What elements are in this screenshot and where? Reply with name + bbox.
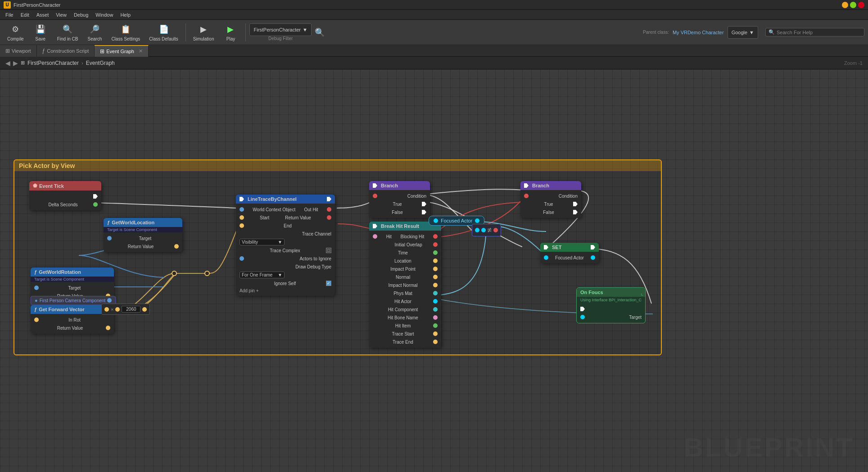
menu-window[interactable]: Window (92, 11, 117, 18)
b2-cond-pin[interactable] (524, 194, 529, 198)
tab-viewport[interactable]: ⊞ Viewport (0, 45, 37, 57)
branch2-node[interactable]: Branch Condition True False (520, 181, 581, 218)
menu-help[interactable]: Help (117, 11, 134, 18)
branch1-node[interactable]: Branch Condition True False (369, 181, 430, 218)
set-in-pin[interactable] (544, 255, 548, 260)
lt-end-pin[interactable] (240, 223, 244, 228)
forward-button[interactable]: ▶ (13, 59, 18, 67)
bhr-traceend-pin[interactable] (433, 340, 438, 344)
multiply-node[interactable]: × 2060 (101, 304, 150, 315)
menu-asset[interactable]: Asset (33, 11, 53, 18)
b2-true-pin[interactable] (573, 202, 578, 206)
menu-edit[interactable]: Edit (17, 11, 33, 18)
bhr-exec-in[interactable] (373, 224, 377, 228)
lt-exec-in[interactable] (240, 197, 244, 201)
gfv-return-pin[interactable] (106, 326, 110, 330)
component-pin[interactable] (107, 298, 112, 303)
mult-out[interactable] (142, 307, 147, 312)
trace-channel-dropdown[interactable]: Visibility ▼ (240, 239, 285, 245)
set-exec-out[interactable] (591, 245, 595, 250)
bhr-time-pin[interactable] (433, 250, 438, 255)
google-dropdown[interactable]: Google ▼ (728, 26, 758, 39)
bhr-impactpt-pin[interactable] (433, 267, 438, 271)
blueprint-dropdown[interactable]: FirstPersonCharacter ▼ (249, 23, 311, 36)
reroute-1[interactable] (172, 271, 177, 276)
multiply-value[interactable]: 2060 (122, 306, 140, 313)
lt-context-pin[interactable] (240, 207, 244, 212)
breadcrumb-graph[interactable]: EventGraph (86, 60, 115, 66)
get-world-location-node[interactable]: ƒ GetWorldLocation Target is Scene Compo… (104, 218, 182, 252)
search-button[interactable]: 🔎 Search (83, 21, 106, 44)
tab-construction-script[interactable]: ƒ Construction Script (37, 45, 95, 57)
lt-retval-pin[interactable] (327, 215, 331, 220)
bhr-location-pin[interactable] (433, 259, 438, 263)
lt-actors-pin[interactable] (240, 256, 244, 261)
trace-complex-check[interactable]: □ (326, 248, 331, 253)
class-defaults-button[interactable]: 📄 Class Defaults (145, 21, 181, 44)
bhr-impactnorm-pin[interactable] (433, 283, 438, 287)
bhr-initoverlap-pin[interactable] (433, 242, 438, 247)
equals-node[interactable]: ≠ (472, 224, 501, 236)
menu-file[interactable]: File (2, 11, 17, 18)
lt-exec-out[interactable] (327, 197, 331, 201)
draw-debug-dropdown[interactable]: For One Frame ▼ (240, 272, 285, 278)
gwl-return-pin[interactable] (174, 244, 179, 249)
menu-view[interactable]: View (52, 11, 70, 18)
close-button[interactable] (858, 2, 864, 8)
bhr-hitbone-pin[interactable] (433, 315, 438, 320)
exec-out-pin[interactable] (93, 194, 98, 199)
eq-in1[interactable] (475, 228, 479, 232)
set-exec-in[interactable] (544, 245, 548, 250)
bhr-hit-pin[interactable] (373, 234, 377, 239)
eq-out[interactable] (493, 228, 498, 232)
minimize-button[interactable] (842, 2, 848, 8)
gwr-target-pin[interactable] (34, 286, 39, 290)
bhr-tracestart-pin[interactable] (433, 331, 438, 336)
find-in-cb-button[interactable]: 🔍 Find in CB (54, 21, 82, 44)
canvas-area[interactable]: Pick Actor by View ⬟ Event Tick Delta Se… (0, 69, 868, 472)
eq-in2[interactable] (481, 228, 486, 232)
focused-actor-out-pin[interactable] (475, 218, 479, 223)
tab-event-graph[interactable]: ⊞ Event Graph ✕ (95, 45, 149, 57)
delta-seconds-pin[interactable] (93, 202, 98, 207)
menu-debug[interactable]: Debug (70, 11, 92, 18)
tab-close-icon[interactable]: ✕ (139, 48, 143, 54)
bhr-blocking-pin[interactable] (433, 234, 438, 239)
bhr-normal-pin[interactable] (433, 275, 438, 279)
reroute-2[interactable] (204, 271, 210, 276)
mult-in2[interactable] (115, 307, 120, 312)
lt-channel-dropdown-row[interactable]: Visibility ▼ (236, 238, 335, 246)
set-out-pin[interactable] (591, 255, 595, 260)
maximize-button[interactable] (850, 2, 856, 8)
breadcrumb-class[interactable]: FirstPersonCharacter (27, 60, 79, 66)
debug-search-button[interactable]: 🔍 (313, 21, 326, 44)
line-trace-node[interactable]: LineTraceByChannel World Context Object … (236, 195, 335, 296)
break-hit-result-node[interactable]: Break Hit Result Hit Blocking Hit Initia… (369, 222, 441, 348)
focused-actor-in-pin[interactable] (434, 218, 438, 223)
on-focus-exec-pin[interactable] (580, 307, 585, 311)
bhr-hitactor-pin[interactable] (433, 299, 438, 304)
b1-true-pin[interactable] (422, 202, 426, 206)
class-settings-button[interactable]: 📋 Class Settings (108, 21, 144, 44)
event-tick-node[interactable]: ⬟ Event Tick Delta Seconds (29, 181, 101, 210)
b1-cond-pin[interactable] (373, 194, 377, 198)
bhr-hitcomp-pin[interactable] (433, 307, 438, 312)
on-focus-target-pin[interactable] (580, 315, 585, 319)
save-button[interactable]: 💾 Save (29, 21, 52, 44)
mult-in1[interactable] (104, 307, 109, 312)
on-focus-node[interactable]: On Foucs Using Interface BPI_Interaction… (576, 287, 646, 323)
lt-debug-dd-row[interactable]: For One Frame ▼ (236, 271, 335, 279)
compile-button[interactable]: ⚙ Compile (4, 21, 27, 44)
back-button[interactable]: ◀ (5, 59, 10, 67)
b2-exec-in[interactable] (524, 183, 529, 188)
set-node[interactable]: SET Focused Actor (540, 243, 599, 263)
ignore-self-check[interactable]: ✓ (326, 281, 331, 286)
gfv-inrot-pin[interactable] (34, 318, 39, 322)
b2-false-pin[interactable] (573, 210, 578, 214)
bhr-physmat-pin[interactable] (433, 291, 438, 295)
parent-class-link[interactable]: My VRDemo Character (673, 30, 724, 35)
lt-outhit-pin[interactable] (327, 207, 331, 212)
add-pin-btn[interactable]: Add pin + (236, 287, 335, 294)
lt-start-pin[interactable] (240, 215, 244, 220)
simulation-button[interactable]: ▶ Simulation (190, 21, 218, 44)
